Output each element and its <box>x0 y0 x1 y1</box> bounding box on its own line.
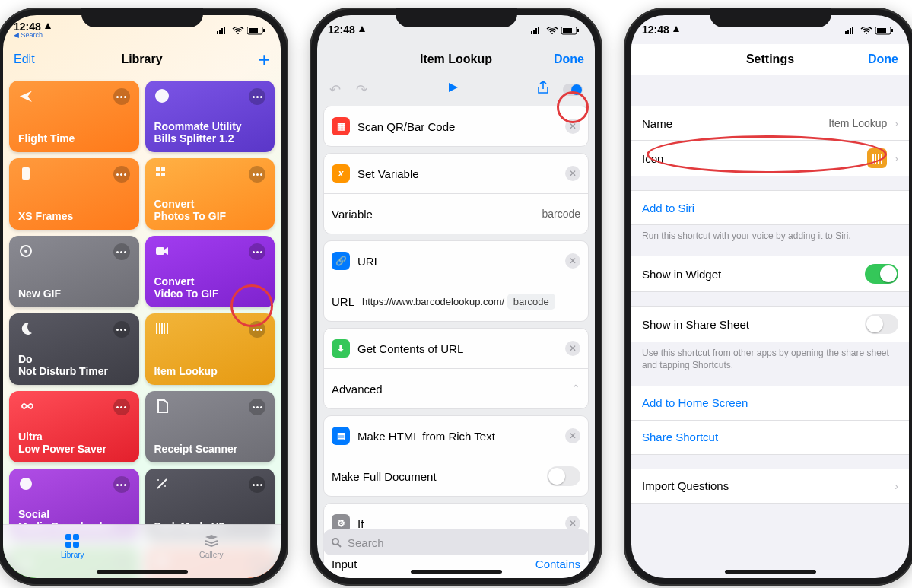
delete-action-button[interactable]: ✕ <box>565 166 580 181</box>
target-icon <box>18 243 33 259</box>
action-scan-qr[interactable]: ▦ Scan QR/Bar Code ✕ <box>323 106 589 147</box>
field-value[interactable]: barcode <box>542 208 580 220</box>
action-make-html[interactable]: ▤ Make HTML from Rich Text ✕ Make Full D… <box>323 415 589 497</box>
undo-button[interactable]: ↶ <box>329 81 341 98</box>
tile-options-button[interactable] <box>249 399 265 415</box>
wand-icon <box>154 476 170 491</box>
widget-toggle[interactable] <box>865 264 898 284</box>
page-title: Library <box>3 52 281 66</box>
tile-options-button[interactable] <box>113 243 130 260</box>
svg-point-25 <box>237 33 239 34</box>
group-footer: Use this shortcut from other apps by ope… <box>631 342 909 371</box>
shortcut-tile[interactable]: Flight Time <box>9 81 139 152</box>
redo-button[interactable]: ↷ <box>356 81 367 98</box>
share-shortcut-row[interactable]: Share Shortcut <box>631 420 909 454</box>
group-siri: Add to Siri <box>631 190 909 225</box>
row-label: Add to Home Screen <box>642 396 748 409</box>
show-in-widget-row[interactable]: Show in Widget <box>631 256 909 291</box>
shortcut-tile[interactable]: Receipt Scanner <box>145 391 275 462</box>
action-title: Set Variable <box>357 167 558 180</box>
add-button[interactable]: + <box>259 49 270 69</box>
tile-options-button[interactable] <box>113 476 130 493</box>
show-in-sharesheet-row[interactable]: Show in Share Sheet <box>631 307 909 342</box>
phone-library: 12:48 ◀ Search Edit Library + Flight Tim… <box>0 8 288 586</box>
delete-action-button[interactable]: ✕ <box>565 516 580 531</box>
shortcut-tile[interactable]: Item Lookup <box>145 313 275 385</box>
action-set-variable[interactable]: x Set Variable ✕ Variable barcode <box>323 153 589 234</box>
field-label: Input <box>332 558 528 571</box>
svg-rect-48 <box>877 28 886 33</box>
done-button[interactable]: Done <box>554 52 584 66</box>
tile-options-button[interactable] <box>113 88 130 105</box>
action-get-contents[interactable]: ⬇ Get Contents of URL ✕ Advanced ⌃ <box>323 328 589 409</box>
settings-toggle-icon[interactable] <box>563 84 583 96</box>
svg-rect-33 <box>531 31 532 34</box>
svg-rect-36 <box>538 27 539 34</box>
infinity-icon <box>18 399 33 414</box>
name-row[interactable]: Name Item Lookup › <box>631 106 909 140</box>
row-value: Item Lookup <box>828 117 887 129</box>
add-to-siri-row[interactable]: Add to Siri <box>631 191 909 224</box>
grid-icon <box>154 166 170 181</box>
tile-label: Flight Time <box>18 132 130 145</box>
tile-label: Roommate Utility Bills Splitter 1.2 <box>154 120 266 145</box>
full-document-toggle[interactable] <box>547 466 580 486</box>
doc-icon <box>154 399 170 414</box>
variable-pill[interactable]: barcode <box>507 294 555 310</box>
barcode-icon <box>154 321 170 336</box>
action-title: Get Contents of URL <box>357 342 558 355</box>
delete-action-button[interactable]: ✕ <box>565 428 580 443</box>
field-label: Variable <box>332 208 534 221</box>
group-import: Import Questions › <box>631 469 909 504</box>
search-input[interactable]: Search <box>323 529 589 555</box>
svg-point-46 <box>866 33 867 34</box>
icon-row[interactable]: Icon › <box>631 140 909 176</box>
search-placeholder: Search <box>348 536 384 549</box>
share-button[interactable] <box>537 81 549 98</box>
edit-button[interactable]: Edit <box>14 52 35 66</box>
tile-options-button[interactable] <box>113 321 130 338</box>
shortcut-tile[interactable]: New GIF <box>9 236 139 307</box>
action-list: ▦ Scan QR/Bar Code ✕ x Set Variable ✕ Va… <box>317 106 595 578</box>
shortcut-tile[interactable]: Convert Video To GIF <box>145 236 275 307</box>
tile-options-button[interactable] <box>249 166 265 183</box>
barcode-icon <box>867 148 887 168</box>
shortcut-tile[interactable]: Roommate Utility Bills Splitter 1.2 <box>145 81 275 152</box>
shortcut-grid: Flight TimeRoommate Utility Bills Splitt… <box>3 75 281 578</box>
dollar-icon <box>154 88 170 103</box>
tile-options-button[interactable] <box>113 166 130 183</box>
delete-action-button[interactable]: ✕ <box>565 253 580 269</box>
shortcut-tile[interactable]: XS Frames <box>9 158 139 230</box>
shortcut-tile[interactable]: Convert Photos To GIF <box>145 158 275 230</box>
row-label: Name <box>642 117 821 130</box>
add-to-homescreen-row[interactable]: Add to Home Screen <box>631 386 909 420</box>
shortcut-tile[interactable]: Ultra Low Power Saver <box>9 391 139 462</box>
url-value[interactable]: https://www.barcodelookup.com/ barcode <box>362 296 580 307</box>
tile-options-button[interactable] <box>249 321 265 338</box>
tile-options-button[interactable] <box>249 88 265 105</box>
action-url[interactable]: 🔗 URL ✕ URL https://www.barcodelookup.co… <box>323 240 589 322</box>
field-value[interactable]: Contains <box>535 558 580 571</box>
svg-rect-31 <box>65 542 71 548</box>
delete-action-button[interactable]: ✕ <box>565 341 580 356</box>
svg-rect-21 <box>217 31 218 34</box>
svg-point-41 <box>332 539 338 545</box>
qr-icon: ▦ <box>332 117 350 135</box>
tile-options-button[interactable] <box>113 399 130 415</box>
delete-action-button[interactable]: ✕ <box>565 119 580 134</box>
svg-rect-49 <box>891 29 893 32</box>
sharesheet-toggle[interactable] <box>865 314 898 334</box>
status-icons <box>217 24 265 36</box>
tile-options-button[interactable] <box>249 243 265 260</box>
svg-rect-28 <box>263 29 265 32</box>
tile-options-button[interactable] <box>249 476 265 493</box>
import-questions-row[interactable]: Import Questions › <box>631 469 909 503</box>
run-button[interactable] <box>446 81 459 97</box>
shortcut-tile[interactable]: Do Not Disturb Timer <box>9 313 139 385</box>
action-title: If <box>357 517 558 530</box>
advanced-row[interactable]: Advanced <box>332 383 564 396</box>
action-title: Make HTML from Rich Text <box>357 430 558 443</box>
action-title: Scan QR/Bar Code <box>357 120 558 133</box>
breadcrumb-back[interactable]: ◀ Search <box>14 32 52 39</box>
done-button[interactable]: Done <box>868 52 898 66</box>
